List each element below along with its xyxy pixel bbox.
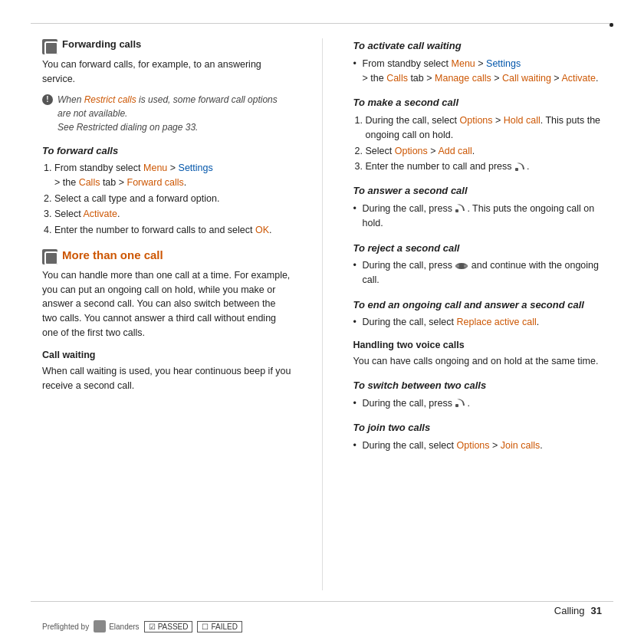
elanders-icon (94, 620, 106, 632)
settings-link-1[interactable]: Settings (179, 163, 213, 173)
more-than-one-call-section: More than one call (42, 248, 291, 264)
activate-call-waiting-title: To activate call waiting (353, 38, 603, 54)
forward-step-4: Enter the number to forward calls to and… (54, 223, 291, 238)
activate-call-waiting-steps: From standby select Menu > Settings > th… (353, 57, 603, 87)
reject-second-call-title: To reject a second call (353, 241, 603, 256)
top-border-line (31, 23, 613, 24)
forwarding-calls-section: Forwarding calls (42, 38, 291, 54)
replace-active-call-link[interactable]: Replace active call (456, 317, 536, 327)
end-and-answer-steps: During the call, select Replace active c… (353, 315, 603, 330)
forward-calls-steps: From standby select Menu > Settings > th… (42, 161, 291, 238)
more-calls-heading-container: More than one call (62, 248, 163, 261)
svg-rect-5 (455, 404, 458, 407)
calls-tab-link-1[interactable]: Calls (79, 177, 100, 188)
add-call-link[interactable]: Add call (438, 146, 472, 156)
options-link-2[interactable]: Options (395, 146, 428, 156)
menu-link-2[interactable]: Menu (452, 58, 475, 69)
check-icon: ☑ (149, 623, 156, 631)
page-number: 31 (591, 605, 602, 616)
svg-rect-0 (515, 168, 518, 171)
end-and-answer-title: To end an ongoing call and answer a seco… (353, 297, 603, 313)
call-waiting-link[interactable]: Call waiting (502, 73, 551, 84)
content-area: Forwarding calls You can forward calls, … (42, 38, 602, 590)
handling-two-voice-calls-desc: You can have calls ongoing and on hold a… (353, 354, 603, 369)
preflighted-label: Preflighted by (42, 623, 89, 631)
elanders-logo: Elanders (94, 620, 139, 632)
answer-second-call-steps: During the call, press . This puts the o… (353, 202, 603, 232)
hold-call-link[interactable]: Hold call (504, 115, 540, 126)
calls-tab-link-2[interactable]: Calls (386, 73, 408, 84)
forward-step-3: Select Activate. (54, 207, 291, 222)
svg-rect-4 (464, 264, 467, 268)
forwarding-calls-heading-text: Forwarding calls (62, 38, 141, 50)
join-two-calls-title: To join two calls (353, 420, 603, 435)
warning-text: When Restrict calls is used, some forwar… (58, 93, 291, 134)
join-two-calls-step-1: During the call, select Options > Join c… (353, 439, 603, 453)
more-calls-icon (42, 249, 58, 264)
elanders-name: Elanders (109, 623, 139, 631)
top-right-dot (610, 23, 613, 27)
forwarding-calls-description: You can forward calls, for example, to a… (42, 58, 291, 87)
menu-link-1[interactable]: Menu (143, 163, 167, 173)
handling-two-voice-calls-title: Handling two voice calls (353, 338, 603, 353)
options-link-1[interactable]: Options (459, 115, 492, 126)
switch-between-calls-step-1: During the call, press . (353, 396, 603, 411)
activate-call-waiting-step-1: From standby select Menu > Settings > th… (353, 57, 603, 87)
failed-badge: ☐ FAILED (197, 621, 242, 632)
manage-calls-link[interactable]: Manage calls (435, 73, 491, 84)
left-column: Forwarding calls You can forward calls, … (42, 38, 299, 590)
passed-label: PASSED (158, 623, 189, 631)
forward-step-2: Select a call type and a forward option. (54, 192, 291, 206)
options-link-3[interactable]: Options (456, 440, 489, 451)
make-second-call-title: To make a second call (353, 95, 603, 110)
answer-second-call-step-1: During the call, press . This puts the o… (353, 202, 603, 232)
svg-rect-3 (456, 264, 459, 268)
svg-rect-1 (455, 209, 458, 212)
answer-second-call-title: To answer a second call (353, 183, 603, 199)
ok-link[interactable]: OK (255, 225, 269, 235)
reject-second-call-step-1: During the call, press and continue with… (353, 258, 603, 288)
forward-step-1: From standby select Menu > Settings > th… (54, 161, 291, 191)
page-number-area: Calling 31 (554, 605, 602, 616)
switch-call-icon (455, 399, 467, 408)
reject-call-icon (455, 262, 468, 270)
column-separator (322, 38, 323, 590)
settings-link-2[interactable]: Settings (486, 58, 521, 69)
restrict-calls-link[interactable]: Restrict calls (84, 94, 136, 105)
call-waiting-title: Call waiting (42, 348, 291, 363)
call-waiting-description: When call waiting is used, you hear cont… (42, 364, 291, 393)
switch-between-calls-title: To switch between two calls (353, 378, 603, 393)
failed-label: FAILED (211, 623, 237, 631)
join-two-calls-steps: During the call, select Options > Join c… (353, 439, 603, 453)
join-calls-link[interactable]: Join calls (501, 440, 540, 451)
passed-badge: ☑ PASSED (144, 621, 193, 632)
empty-check-icon: ☐ (202, 623, 209, 631)
page: Forwarding calls You can forward calls, … (0, 0, 644, 644)
bottom-border-line (31, 601, 613, 602)
make-second-call-step-3: Enter the number to call and press . (366, 159, 603, 174)
warning-box: ! When Restrict calls is used, some forw… (42, 93, 291, 134)
activate-link-2[interactable]: Activate (561, 73, 595, 84)
footer-area: Preflighted by Elanders ☑ PASSED ☐ FAILE… (42, 620, 602, 632)
forwarding-calls-title: Forwarding calls (62, 38, 141, 50)
activate-link-1[interactable]: Activate (84, 209, 117, 219)
reject-second-call-steps: During the call, press and continue with… (353, 258, 603, 288)
make-second-call-step-1: During the call, select Options > Hold c… (366, 113, 603, 143)
page-category: Calling (554, 605, 585, 616)
warning-icon: ! (42, 94, 53, 105)
right-column: To activate call waiting From standby se… (346, 38, 603, 590)
more-than-one-call-description: You can handle more than one call at a t… (42, 268, 291, 340)
answer-call-icon (455, 204, 467, 213)
forward-calls-link[interactable]: Forward calls (127, 177, 184, 188)
make-second-call-steps: During the call, select Options > Hold c… (353, 113, 603, 175)
switch-between-calls-steps: During the call, press . (353, 396, 603, 411)
forwarding-calls-icon (42, 39, 58, 54)
more-than-one-call-title: More than one call (62, 248, 163, 261)
to-forward-calls-title: To forward calls (42, 143, 291, 159)
call-button-icon (514, 163, 527, 172)
end-and-answer-step-1: During the call, select Replace active c… (353, 315, 603, 330)
make-second-call-step-2: Select Options > Add call. (366, 144, 603, 159)
